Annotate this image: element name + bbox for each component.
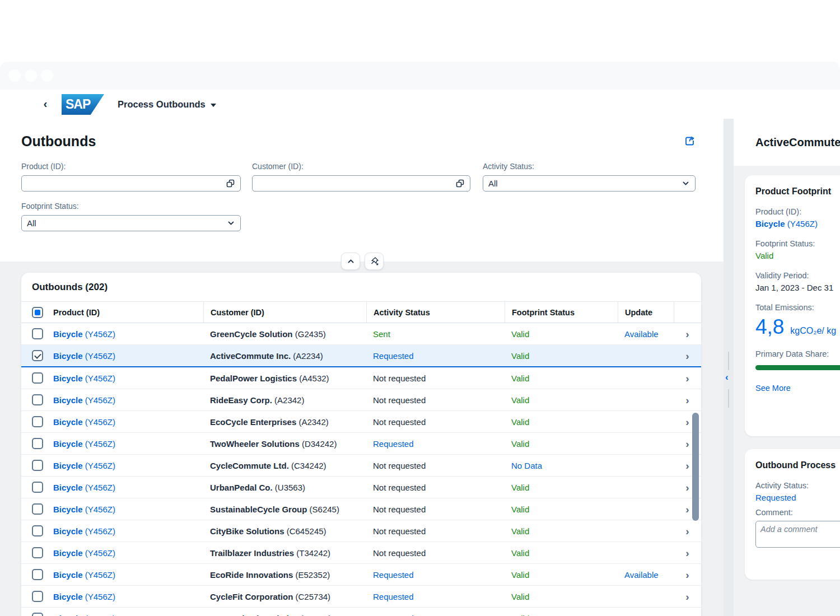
table-row[interactable]: Bicycle (Y456Z) EcoRide Innovations (E52… xyxy=(21,564,701,586)
row-checkbox[interactable] xyxy=(32,460,43,471)
product-name[interactable]: Bicycle xyxy=(53,374,83,383)
product-id[interactable]: (Y456Z) xyxy=(83,570,115,580)
row-navigation-chevron-icon[interactable]: › xyxy=(685,395,689,405)
row-navigation-chevron-icon[interactable]: › xyxy=(685,548,689,558)
product-name[interactable]: Bicycle xyxy=(53,614,83,616)
row-navigation-chevron-icon[interactable]: › xyxy=(685,504,689,515)
collapse-filter-bar-button[interactable] xyxy=(341,253,360,270)
table-row[interactable]: Bicycle (Y456Z) UrbanPedal Co. (U3563) N… xyxy=(21,477,701,498)
row-checkbox[interactable] xyxy=(32,482,43,493)
row-navigation-chevron-icon[interactable]: › xyxy=(685,591,689,602)
window-control-dot[interactable] xyxy=(41,69,53,82)
row-navigation-chevron-icon[interactable]: › xyxy=(685,460,689,471)
row-checkbox[interactable] xyxy=(32,591,43,602)
comment-textarea[interactable] xyxy=(755,521,840,548)
back-button[interactable]: ‹ xyxy=(38,95,53,112)
product-id[interactable]: (Y456Z) xyxy=(83,417,115,427)
table-row[interactable]: Bicycle (Y456Z) CycleFit Corporation (C2… xyxy=(21,586,701,608)
select-all-checkbox[interactable] xyxy=(32,307,43,318)
row-navigation-chevron-icon[interactable]: › xyxy=(685,526,689,536)
row-checkbox[interactable] xyxy=(32,569,43,580)
product-name[interactable]: Bicycle xyxy=(53,483,83,492)
panel-product-id[interactable]: (Y456Z) xyxy=(787,219,818,228)
product-id[interactable]: (Y456Z) xyxy=(83,526,115,536)
product-name[interactable]: Bicycle xyxy=(53,417,83,427)
product-id[interactable]: (Y456Z) xyxy=(83,351,115,361)
product-id[interactable]: (Y456Z) xyxy=(83,439,115,449)
product-id[interactable]: (Y456Z) xyxy=(83,548,115,558)
customer-filter-input[interactable] xyxy=(258,179,455,188)
row-navigation-chevron-icon[interactable]: › xyxy=(685,613,689,616)
table-row[interactable]: Bicycle (Y456Z) CityBike Solutions (C645… xyxy=(21,520,701,542)
product-id[interactable]: (Y456Z) xyxy=(83,505,115,514)
table-scrollbar-thumb[interactable] xyxy=(692,413,699,521)
column-header-customer[interactable]: Customer (ID) xyxy=(203,302,366,323)
panel-splitter[interactable]: ‹ xyxy=(724,119,734,616)
product-id[interactable]: (Y456Z) xyxy=(83,395,115,405)
product-name[interactable]: Bicycle xyxy=(53,351,83,361)
row-checkbox[interactable] xyxy=(32,328,43,339)
app-title-menu[interactable]: Process Outbounds xyxy=(118,94,216,115)
table-row[interactable]: Bicycle (Y456Z) GreenWheel Logistics (G8… xyxy=(21,608,701,616)
unpin-filter-bar-button[interactable] xyxy=(365,253,384,270)
table-row[interactable]: Bicycle (Y456Z) TwoWheeler Solutions (D3… xyxy=(21,433,701,455)
row-checkbox[interactable] xyxy=(32,613,43,616)
product-name[interactable]: Bicycle xyxy=(53,570,83,580)
see-more-link[interactable]: See More xyxy=(755,384,791,393)
product-name[interactable]: Bicycle xyxy=(53,592,83,601)
column-header-product[interactable]: Product (ID) xyxy=(53,302,203,323)
update-status[interactable]: Available xyxy=(624,570,659,580)
row-checkbox[interactable] xyxy=(32,394,43,405)
window-control-dot[interactable] xyxy=(25,69,37,82)
table-row[interactable]: Bicycle (Y456Z) EcoCycle Enterprises (A2… xyxy=(21,411,701,433)
product-filter-field[interactable] xyxy=(21,175,241,192)
footprint-filter-select[interactable]: All xyxy=(21,215,241,231)
row-checkbox[interactable] xyxy=(32,372,43,384)
table-row[interactable]: Bicycle (Y456Z) SustainableCycle Group (… xyxy=(21,498,701,520)
product-name[interactable]: Bicycle xyxy=(53,439,83,449)
customer-filter-field[interactable] xyxy=(252,175,470,192)
product-name[interactable]: Bicycle xyxy=(53,505,83,514)
value-help-icon[interactable] xyxy=(455,179,465,188)
activity-filter-select[interactable]: All xyxy=(483,175,696,192)
window-control-dot[interactable] xyxy=(8,69,21,82)
product-id[interactable]: (Y456Z) xyxy=(83,483,115,492)
table-row[interactable]: Bicycle (Y456Z) CycleCommute Ltd. (C3424… xyxy=(21,455,701,477)
row-checkbox[interactable] xyxy=(32,547,43,558)
row-checkbox[interactable] xyxy=(32,416,43,427)
table-row[interactable]: Bicycle (Y456Z) ActiveCommute Inc. (A223… xyxy=(21,345,701,367)
table-row[interactable]: Bicycle (Y456Z) PedalPower Logistics (A4… xyxy=(21,367,701,389)
row-navigation-chevron-icon[interactable]: › xyxy=(685,482,689,493)
table-row[interactable]: Bicycle (Y456Z) Trailblazer Industries (… xyxy=(21,542,701,564)
table-row[interactable]: Bicycle (Y456Z) RideEasy Corp. (A2342) N… xyxy=(21,389,701,411)
row-navigation-chevron-icon[interactable]: › xyxy=(685,438,689,449)
panel-product-name[interactable]: Bicycle xyxy=(755,219,785,228)
row-checkbox[interactable] xyxy=(32,438,43,449)
product-id[interactable]: (Y456Z) xyxy=(83,374,115,383)
panel-product-value[interactable]: Bicycle (Y456Z) xyxy=(755,219,840,228)
row-navigation-chevron-icon[interactable]: › xyxy=(685,329,689,339)
column-header-activity-status[interactable]: Activity Status xyxy=(366,302,505,323)
row-checkbox[interactable] xyxy=(32,525,43,536)
product-name[interactable]: Bicycle xyxy=(53,395,83,405)
product-id[interactable]: (Y456Z) xyxy=(83,592,115,601)
update-status[interactable]: Available xyxy=(624,329,659,339)
column-header-update[interactable]: Update xyxy=(618,302,674,323)
product-name[interactable]: Bicycle xyxy=(53,548,83,558)
product-name[interactable]: Bicycle xyxy=(53,461,83,470)
table-row[interactable]: Bicycle (Y456Z) GreenCycle Solution (G24… xyxy=(21,323,701,345)
collapse-panel-chevron-icon[interactable]: ‹ xyxy=(725,372,729,383)
product-name[interactable]: Bicycle xyxy=(53,329,83,339)
product-id[interactable]: (Y456Z) xyxy=(83,329,115,339)
product-id[interactable]: (Y456Z) xyxy=(83,461,115,470)
product-name[interactable]: Bicycle xyxy=(53,526,83,536)
export-button[interactable] xyxy=(684,134,697,148)
column-header-footprint-status[interactable]: Footprint Status xyxy=(505,302,618,323)
value-help-icon[interactable] xyxy=(226,179,235,188)
row-navigation-chevron-icon[interactable]: › xyxy=(685,351,689,361)
row-navigation-chevron-icon[interactable]: › xyxy=(685,417,689,427)
row-checkbox[interactable] xyxy=(32,503,43,515)
row-checkbox[interactable] xyxy=(32,350,43,361)
product-filter-input[interactable] xyxy=(27,179,226,188)
row-navigation-chevron-icon[interactable]: › xyxy=(685,373,689,384)
